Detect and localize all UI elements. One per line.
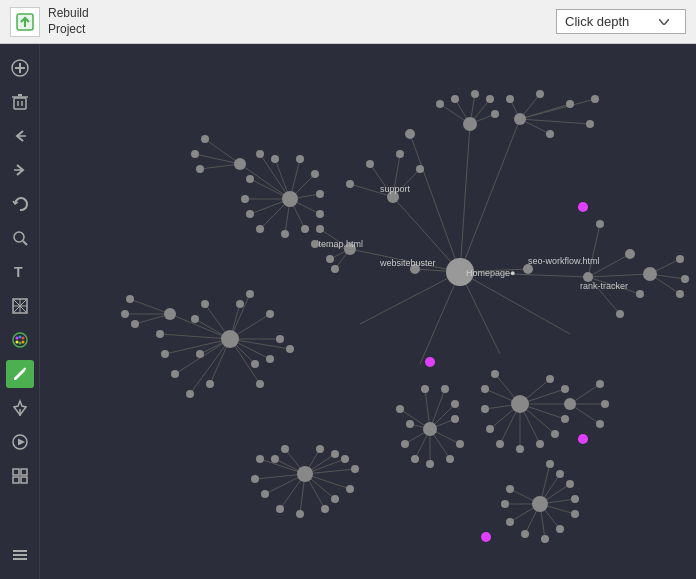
svg-text:sitemap.html: sitemap.html: [312, 239, 363, 249]
svg-point-286: [501, 500, 509, 508]
diagram-icon[interactable]: [6, 292, 34, 320]
svg-line-56: [588, 274, 650, 277]
accent-node-3: [578, 434, 588, 444]
svg-point-180: [586, 120, 594, 128]
svg-point-195: [316, 210, 324, 218]
svg-point-176: [566, 100, 574, 108]
sidebar: T: [0, 44, 40, 579]
svg-line-38: [410, 134, 460, 272]
svg-point-183: [451, 95, 459, 103]
svg-line-13: [23, 241, 27, 245]
svg-point-236: [266, 310, 274, 318]
menu-icon[interactable]: [6, 541, 34, 569]
accent-node-2: [425, 357, 435, 367]
delete-icon[interactable]: [6, 88, 34, 116]
svg-point-174: [514, 113, 526, 125]
svg-point-253: [316, 445, 324, 453]
undo-icon[interactable]: [6, 190, 34, 218]
topbar-left: Rebuild Project: [10, 6, 89, 37]
svg-point-264: [451, 415, 459, 423]
click-depth-dropdown[interactable]: Click depth: [556, 9, 686, 34]
svg-point-255: [271, 455, 279, 463]
svg-point-285: [506, 485, 514, 493]
svg-point-212: [625, 249, 635, 259]
svg-point-200: [256, 150, 264, 158]
svg-point-237: [266, 355, 274, 363]
svg-point-287: [506, 518, 514, 526]
svg-point-283: [596, 420, 604, 428]
svg-point-196: [316, 190, 324, 198]
svg-point-251: [341, 455, 349, 463]
svg-point-288: [521, 530, 529, 538]
search-icon[interactable]: [6, 224, 34, 252]
svg-rect-5: [14, 98, 26, 109]
svg-point-267: [421, 385, 429, 393]
svg-text:rank-tracker: rank-tracker: [580, 281, 628, 291]
svg-point-282: [601, 400, 609, 408]
svg-point-258: [406, 420, 414, 428]
svg-point-257: [396, 405, 404, 413]
svg-point-182: [436, 100, 444, 108]
svg-point-276: [496, 440, 504, 448]
svg-point-224: [171, 370, 179, 378]
svg-point-20: [13, 333, 27, 347]
svg-point-209: [326, 255, 334, 263]
svg-point-204: [366, 160, 374, 168]
svg-point-263: [456, 440, 464, 448]
svg-point-289: [541, 535, 549, 543]
svg-point-229: [246, 290, 254, 298]
svg-line-46: [420, 272, 460, 364]
svg-line-47: [360, 272, 460, 324]
svg-point-235: [286, 345, 294, 353]
svg-point-197: [311, 170, 319, 178]
svg-point-233: [196, 350, 204, 358]
svg-line-48: [460, 272, 570, 334]
svg-point-242: [256, 455, 264, 463]
grid-icon[interactable]: [6, 462, 34, 490]
svg-point-175: [405, 129, 415, 139]
svg-point-244: [261, 490, 269, 498]
pin-icon[interactable]: [6, 394, 34, 422]
forward-icon[interactable]: [6, 156, 34, 184]
svg-point-219: [676, 290, 684, 298]
svg-line-88: [130, 299, 170, 314]
play-icon[interactable]: [6, 428, 34, 456]
svg-point-232: [206, 380, 214, 388]
svg-point-208: [316, 225, 324, 233]
add-icon[interactable]: [6, 54, 34, 82]
svg-point-185: [486, 95, 494, 103]
rebuild-button[interactable]: [10, 7, 40, 37]
network-canvas[interactable]: .node { fill: #888; } .node-center { fil…: [40, 44, 696, 579]
svg-point-22: [18, 336, 21, 339]
svg-point-26: [21, 341, 24, 344]
svg-point-181: [591, 95, 599, 103]
svg-point-230: [251, 360, 259, 368]
svg-point-261: [426, 460, 434, 468]
main-area: T .node { fill: #888; }: [0, 44, 696, 579]
svg-point-291: [571, 510, 579, 518]
chevron-down-icon: [659, 19, 669, 25]
svg-point-295: [546, 460, 554, 468]
svg-point-215: [616, 310, 624, 318]
edit-icon[interactable]: [6, 360, 34, 388]
svg-point-280: [491, 370, 499, 378]
svg-point-222: [156, 330, 164, 338]
svg-point-21: [15, 337, 18, 340]
svg-point-281: [596, 380, 604, 388]
svg-point-293: [566, 480, 574, 488]
svg-point-225: [186, 390, 194, 398]
svg-point-246: [296, 510, 304, 518]
svg-line-54: [520, 99, 595, 119]
accent-node-4: [481, 532, 491, 542]
svg-point-279: [481, 385, 489, 393]
svg-point-184: [471, 90, 479, 98]
svg-point-252: [331, 450, 339, 458]
text-icon[interactable]: T: [6, 258, 34, 286]
svg-point-190: [241, 195, 249, 203]
back-icon[interactable]: [6, 122, 34, 150]
svg-point-178: [506, 95, 514, 103]
svg-point-193: [281, 230, 289, 238]
svg-point-250: [351, 465, 359, 473]
paint-icon[interactable]: [6, 326, 34, 354]
svg-point-277: [486, 425, 494, 433]
